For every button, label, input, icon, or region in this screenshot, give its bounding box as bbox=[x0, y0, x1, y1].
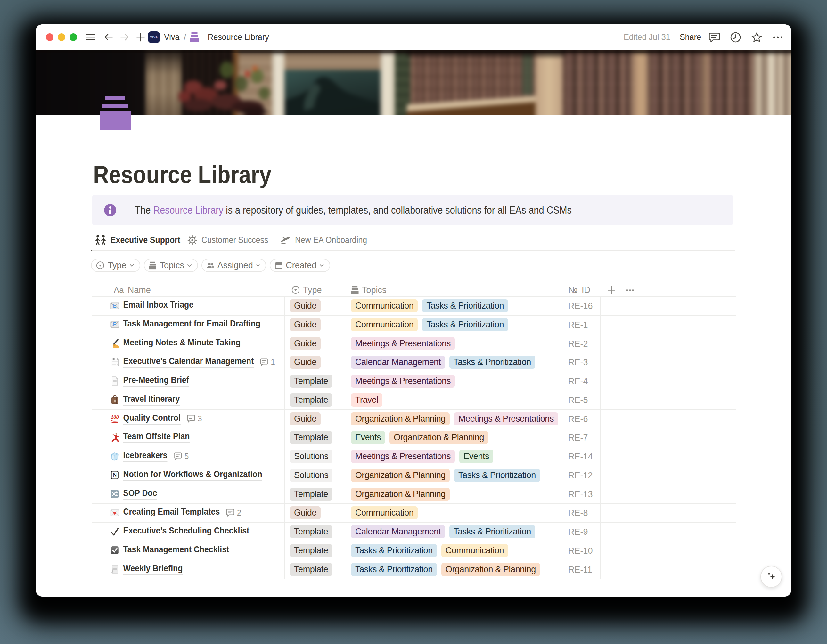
svg-text:N: N bbox=[113, 472, 117, 479]
svg-text:E: E bbox=[113, 302, 117, 308]
svg-text:100: 100 bbox=[111, 414, 119, 420]
svg-text:E: E bbox=[113, 321, 117, 327]
